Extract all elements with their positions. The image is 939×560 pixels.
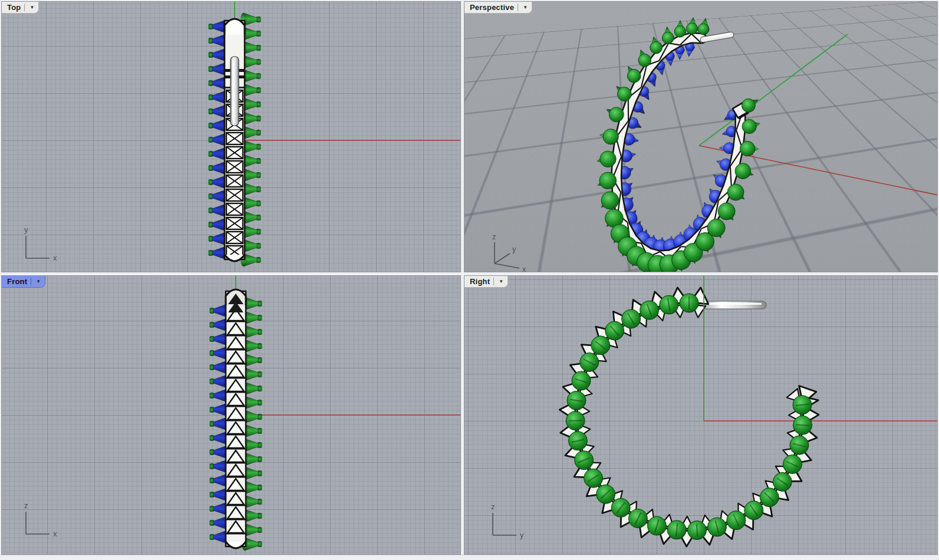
svg-text:x: x <box>53 253 57 262</box>
viewport-right[interactable]: zy Right ▼ <box>464 275 938 555</box>
tab-divider <box>24 4 25 11</box>
tab-divider <box>518 4 518 11</box>
chevron-down-icon[interactable]: ▼ <box>497 279 505 285</box>
svg-text:y: y <box>512 245 516 253</box>
svg-text:y: y <box>520 531 524 539</box>
viewport-title: Top <box>7 3 21 12</box>
viewport-right-canvas: zy <box>464 276 938 555</box>
viewport-front-canvas: zx <box>2 276 461 555</box>
svg-text:z: z <box>491 502 495 511</box>
svg-text:x: x <box>53 529 57 538</box>
tab-divider <box>31 278 31 285</box>
viewport-top-canvas: yx <box>2 2 461 272</box>
viewport-front[interactable]: zx Front ▼ <box>1 275 461 555</box>
viewport-title: Front <box>7 277 27 286</box>
viewport-top[interactable]: yx Top ▼ <box>1 1 461 272</box>
svg-text:z: z <box>492 232 496 241</box>
viewport-tab-right[interactable]: Right ▼ <box>464 276 508 288</box>
chevron-down-icon[interactable]: ▼ <box>522 5 529 11</box>
viewport-tab-top[interactable]: Top ▼ <box>2 2 39 14</box>
viewport-perspective-canvas: zyx <box>464 2 938 272</box>
window-bottom-edge <box>0 555 939 560</box>
svg-text:x: x <box>522 265 526 272</box>
svg-text:z: z <box>24 501 28 510</box>
viewport-title: Perspective <box>470 3 514 12</box>
cad-workspace: yx Top ▼ zyx Perspective ▼ zx Front ▼ zy… <box>0 0 939 560</box>
viewport-tab-front[interactable]: Front ▼ <box>2 276 45 288</box>
svg-text:y: y <box>24 225 28 234</box>
chevron-down-icon[interactable]: ▼ <box>35 279 42 285</box>
tab-divider <box>493 278 494 285</box>
chevron-down-icon[interactable]: ▼ <box>28 5 35 11</box>
viewport-tab-perspective[interactable]: Perspective ▼ <box>464 2 532 14</box>
viewport-title: Right <box>470 277 490 286</box>
viewport-perspective[interactable]: zyx Perspective ▼ <box>464 1 938 272</box>
